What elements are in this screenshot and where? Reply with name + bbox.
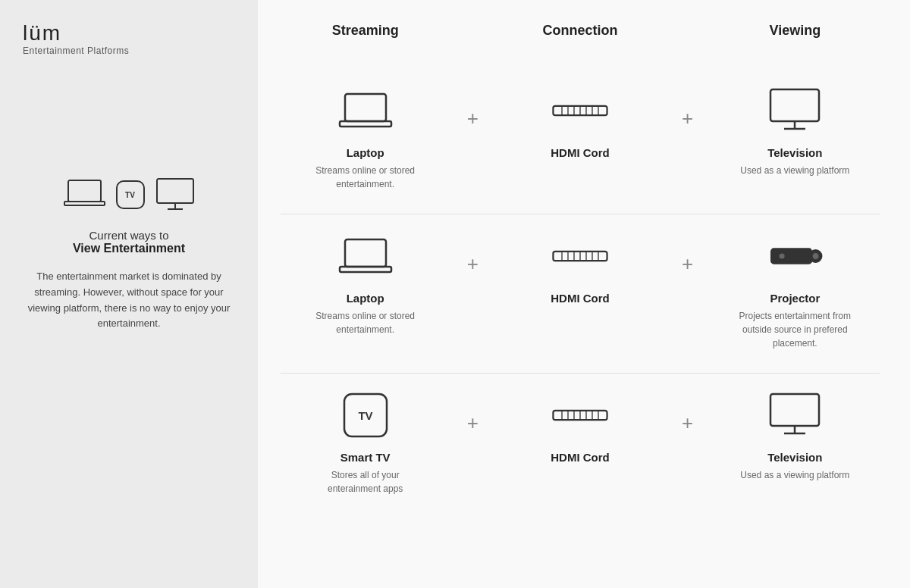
tv-monitor-icon-3 <box>769 389 821 442</box>
svg-text:TV: TV <box>358 409 372 422</box>
svg-point-30 <box>812 253 819 260</box>
projector-title: Projector <box>770 292 820 305</box>
sidebar-icons: TV <box>23 177 235 212</box>
hdmi-icon-3 <box>550 389 610 442</box>
col-header-viewing: Viewing <box>718 23 872 46</box>
cell-tv-1: Television Used as a viewing platform <box>718 84 872 177</box>
laptop-icon-2 <box>339 230 392 283</box>
laptop-small-icon <box>64 179 105 211</box>
monitor-small-icon <box>155 177 195 212</box>
tv-3-desc: Used as a viewing platform <box>740 468 849 482</box>
svg-rect-15 <box>770 89 819 121</box>
svg-rect-5 <box>345 94 386 121</box>
sidebar-body: The entertainment market is dominated by… <box>23 269 235 332</box>
cell-projector: Projector Projects entertainment from ou… <box>718 230 872 350</box>
smart-tv-title: Smart TV <box>340 451 391 464</box>
sidebar: lüm Entertainment Platforms TV Current w… <box>0 0 258 588</box>
rows-container: Laptop Streams online or stored entertai… <box>281 69 880 518</box>
hdmi-2-title: HDMI Cord <box>551 292 610 305</box>
smart-tv-desc: Stores all of your enterainment apps <box>305 468 426 496</box>
hdmi-1-title: HDMI Cord <box>551 146 610 159</box>
tv-1-title: Television <box>767 146 822 159</box>
svg-rect-18 <box>345 239 386 267</box>
svg-point-31 <box>780 253 785 258</box>
laptop-icon-1 <box>339 84 392 137</box>
svg-rect-0 <box>68 180 101 202</box>
cell-hdmi-3: HDMI Cord <box>503 389 657 468</box>
hdmi-icon-2 <box>550 230 610 283</box>
cell-laptop-1: Laptop Streams online or stored entertai… <box>288 84 442 191</box>
logo-area: lüm Entertainment Platforms <box>23 23 235 56</box>
plus-cell-3a: + <box>442 389 503 435</box>
plus-cell-1a: + <box>442 84 503 130</box>
svg-rect-28 <box>771 249 811 264</box>
plus-cell-2b: + <box>657 230 718 276</box>
cell-hdmi-2: HDMI Cord <box>503 230 657 309</box>
svg-rect-42 <box>770 394 819 426</box>
plus-cell-2a: + <box>442 230 503 276</box>
logo-subtitle: Entertainment Platforms <box>23 45 235 56</box>
laptop-2-desc: Streams online or stored entertainment. <box>305 309 426 336</box>
smart-tv-small-icon: TV <box>116 180 145 209</box>
projector-desc: Projects entertainment from outside sour… <box>734 309 855 350</box>
col-header-connection: Connection <box>503 23 657 46</box>
cell-tv-3: Television Used as a viewing platform <box>718 389 872 482</box>
col-header-streaming: Streaming <box>288 23 442 46</box>
laptop-2-title: Laptop <box>347 292 384 305</box>
sidebar-heading-line1: Current ways to <box>23 229 235 242</box>
projector-icon <box>764 230 825 283</box>
logo-text: lüm <box>23 23 235 44</box>
laptop-1-title: Laptop <box>347 146 384 159</box>
svg-rect-19 <box>340 267 391 272</box>
col-header-spacer-2 <box>657 23 718 46</box>
tv-monitor-icon-1 <box>769 84 821 137</box>
svg-rect-2 <box>157 179 193 203</box>
sidebar-heading-line2: View Entertainment <box>23 242 235 255</box>
tv-1-desc: Used as a viewing platform <box>740 164 849 177</box>
tv-3-title: Television <box>767 451 822 464</box>
laptop-1-desc: Streams online or stored entertainment. <box>305 164 426 191</box>
smart-tv-icon: TV <box>343 389 388 442</box>
cell-laptop-2: Laptop Streams online or stored entertai… <box>288 230 442 336</box>
main-content: Streaming Connection Viewing Laptop Stre… <box>258 0 910 588</box>
sidebar-heading: Current ways to View Entertainment <box>23 229 235 255</box>
plus-cell-1b: + <box>657 84 718 130</box>
cell-hdmi-1: HDMI Cord <box>503 84 657 164</box>
hdmi-3-title: HDMI Cord <box>551 451 610 464</box>
combo-row-2: Laptop Streams online or stored entertai… <box>281 214 880 374</box>
svg-rect-1 <box>64 202 105 205</box>
col-header-spacer-1 <box>442 23 503 46</box>
combo-row-1: Laptop Streams online or stored entertai… <box>281 69 880 214</box>
svg-rect-6 <box>340 121 391 127</box>
cell-smart-tv: TV Smart TV Stores all of your enterainm… <box>288 389 442 496</box>
column-headers: Streaming Connection Viewing <box>281 23 880 46</box>
plus-cell-3b: + <box>657 389 718 435</box>
combo-row-3: TV Smart TV Stores all of your enterainm… <box>281 374 880 518</box>
hdmi-icon-1 <box>550 84 610 137</box>
